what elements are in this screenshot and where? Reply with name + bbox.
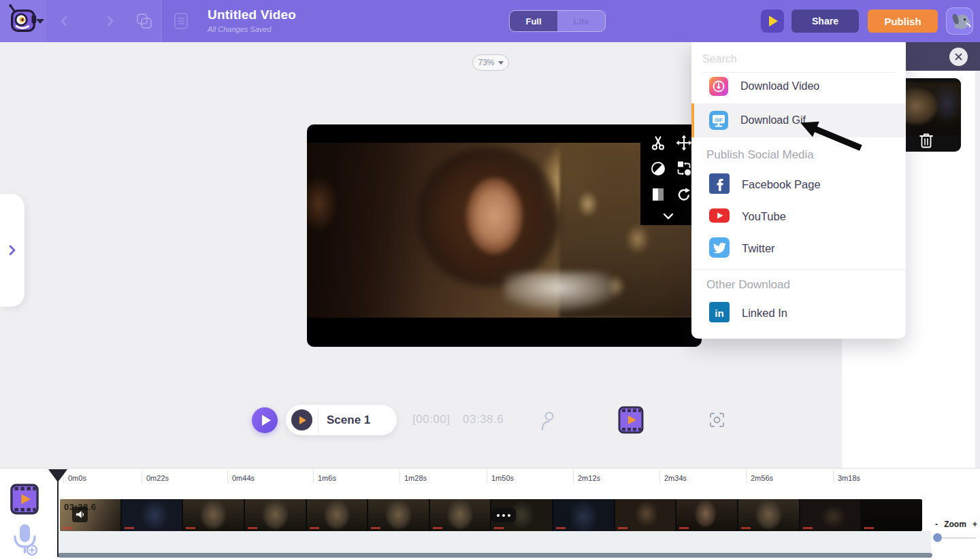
- download-video-icon: [709, 77, 728, 96]
- chevron-right-icon: [9, 245, 16, 256]
- scene-filmstrip-button[interactable]: [618, 406, 644, 437]
- replace-transform-icon[interactable]: [676, 160, 692, 177]
- ruler-label: 2m56s: [751, 474, 773, 482]
- clip-audio-button[interactable]: [72, 507, 88, 522]
- linkedin-icon-text: in: [715, 307, 723, 318]
- video-track-icon[interactable]: [10, 484, 39, 518]
- zoom-slider-handle[interactable]: [933, 533, 942, 542]
- menu-item-youtube[interactable]: YouTube: [691, 201, 906, 233]
- chevron-down-icon: [498, 61, 504, 65]
- video-preview[interactable]: [307, 124, 702, 347]
- toggle-full[interactable]: Full: [510, 11, 557, 31]
- save-status: All Changes Saved: [208, 25, 296, 33]
- toggle-lite[interactable]: Lite: [557, 11, 605, 31]
- menu-item-label: Facebook Page: [742, 178, 821, 191]
- close-panel-button[interactable]: [949, 48, 968, 66]
- left-panel-expander[interactable]: [0, 194, 24, 307]
- divider: [318, 407, 318, 433]
- move-icon[interactable]: [676, 135, 692, 151]
- ruler-label: 2m34s: [664, 474, 687, 482]
- ruler-label: 0m22s: [146, 474, 169, 482]
- ruler-label: 1m6s: [318, 474, 336, 482]
- filmstrip-frame: [430, 499, 491, 531]
- redo-icon[interactable]: [103, 15, 116, 30]
- ruler-label: 3m18s: [838, 474, 860, 482]
- section-publish-social: Publish Social Media: [706, 148, 814, 162]
- timeline-zoom-control: - Zoom +: [935, 520, 977, 529]
- duplicate-icon[interactable]: [135, 12, 154, 33]
- user-avatar[interactable]: [946, 7, 973, 35]
- zoom-out-button[interactable]: -: [935, 520, 938, 529]
- filmstrip-frame: [307, 499, 368, 531]
- focus-fit-icon[interactable]: [709, 412, 725, 430]
- project-title-block[interactable]: Untitled Video All Changes Saved: [208, 7, 296, 33]
- scenes-list-icon[interactable]: [172, 12, 191, 33]
- canvas-zoom-dropdown[interactable]: 73%: [472, 54, 509, 71]
- mascot-logo-icon: [7, 4, 39, 38]
- timeline-play-button[interactable]: [252, 407, 278, 433]
- menu-item-download-gif[interactable]: GIF Download Gif: [691, 103, 906, 137]
- ruler-label: 0m0s: [68, 474, 86, 482]
- canvas-zoom-value: 73%: [478, 58, 494, 67]
- menu-item-linkedin[interactable]: in Linked In: [691, 297, 906, 329]
- video-editor-app: Untitled Video All Changes Saved Full Li…: [0, 0, 980, 559]
- export-dropdown-menu: Download Video GIF Download Gif Publish …: [691, 42, 906, 339]
- share-button[interactable]: Share: [791, 10, 859, 33]
- scene-selector[interactable]: Scene 1: [286, 405, 397, 435]
- timeline-horizontal-scrollbar[interactable]: [58, 553, 932, 558]
- filter-contrast-icon[interactable]: [650, 160, 666, 177]
- menu-item-label: Linked In: [742, 307, 787, 320]
- publish-button[interactable]: Publish: [868, 10, 938, 33]
- dog-mascot-icon: [947, 8, 973, 34]
- rotate-icon[interactable]: [676, 186, 692, 203]
- speaker-icon: [76, 510, 85, 519]
- ruler-label: 1m50s: [491, 474, 514, 482]
- logo-chevron-down-icon[interactable]: [36, 19, 44, 24]
- filmstrip-frame: [862, 499, 922, 531]
- menu-item-label: Download Gif: [740, 114, 806, 126]
- close-icon: [955, 53, 962, 61]
- section-other-download: Other Download: [706, 278, 790, 292]
- trim-scissors-icon[interactable]: [650, 135, 666, 151]
- linkedin-icon: in: [709, 302, 730, 325]
- panel-scrollbar[interactable]: [975, 71, 980, 468]
- toolbar-collapse-chevron-icon[interactable]: [663, 210, 674, 222]
- top-bar: Untitled Video All Changes Saved Full Li…: [0, 0, 980, 42]
- ruler-tick: [573, 470, 574, 484]
- filmstrip-frame: [553, 499, 614, 531]
- filmstrip-frame: [183, 499, 244, 531]
- playhead-line[interactable]: [57, 469, 59, 557]
- ruler-tick: [659, 470, 660, 484]
- ruler-tick: [487, 470, 487, 484]
- menu-item-twitter[interactable]: Twitter: [691, 233, 906, 265]
- scene-play-button[interactable]: [291, 409, 312, 430]
- delete-trash-icon[interactable]: [919, 133, 934, 152]
- zoom-label: Zoom: [944, 520, 966, 529]
- character-icon[interactable]: [540, 411, 557, 434]
- ruler-tick: [399, 470, 400, 484]
- facebook-icon: [709, 173, 730, 197]
- toolbar-divider: [161, 0, 162, 42]
- ruler-label: 0m44s: [232, 474, 255, 482]
- filmstrip-frame: [122, 499, 182, 531]
- zoom-in-button[interactable]: +: [973, 520, 977, 529]
- preview-play-button[interactable]: [761, 10, 784, 33]
- voiceover-mic-icon[interactable]: [11, 523, 39, 559]
- menu-item-label: Twitter: [742, 242, 775, 255]
- mode-toggle: Full Lite: [509, 10, 606, 32]
- youtube-icon: [709, 205, 730, 228]
- total-duration: 03:38.6: [463, 413, 504, 426]
- play-icon: [299, 416, 306, 424]
- video-clip-filmstrip[interactable]: 03:38.6: [60, 499, 922, 531]
- menu-item-download-video[interactable]: Download Video: [691, 69, 906, 103]
- filmstrip-frame: [615, 499, 676, 531]
- split-icon[interactable]: [650, 186, 666, 203]
- filmstrip-frame: [738, 499, 799, 531]
- menu-item-facebook[interactable]: Facebook Page: [691, 169, 906, 201]
- timeline-track-area: [58, 531, 931, 553]
- undo-icon[interactable]: [59, 15, 71, 30]
- gif-icon-text: GIF: [715, 118, 723, 122]
- clip-options-button[interactable]: [491, 508, 516, 522]
- ruler-label: 1m28s: [404, 474, 427, 482]
- download-gif-icon: GIF: [709, 111, 728, 130]
